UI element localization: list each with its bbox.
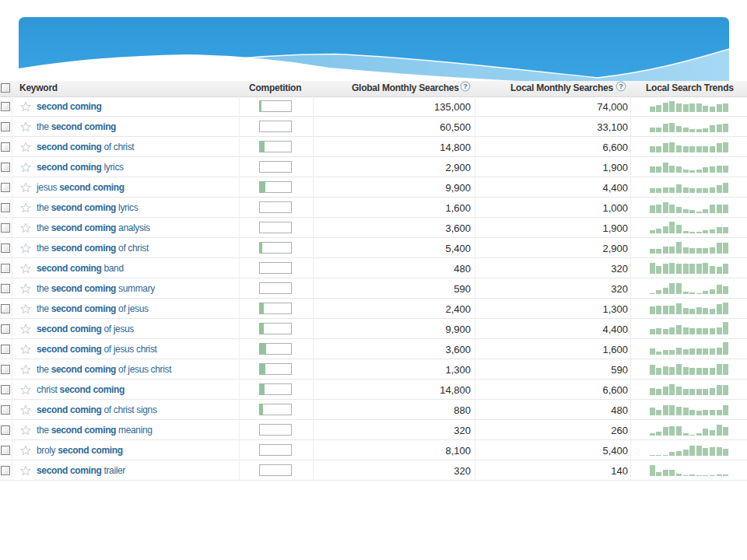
svg-text:?: ? <box>463 82 468 90</box>
svg-text:?: ? <box>619 82 623 90</box>
